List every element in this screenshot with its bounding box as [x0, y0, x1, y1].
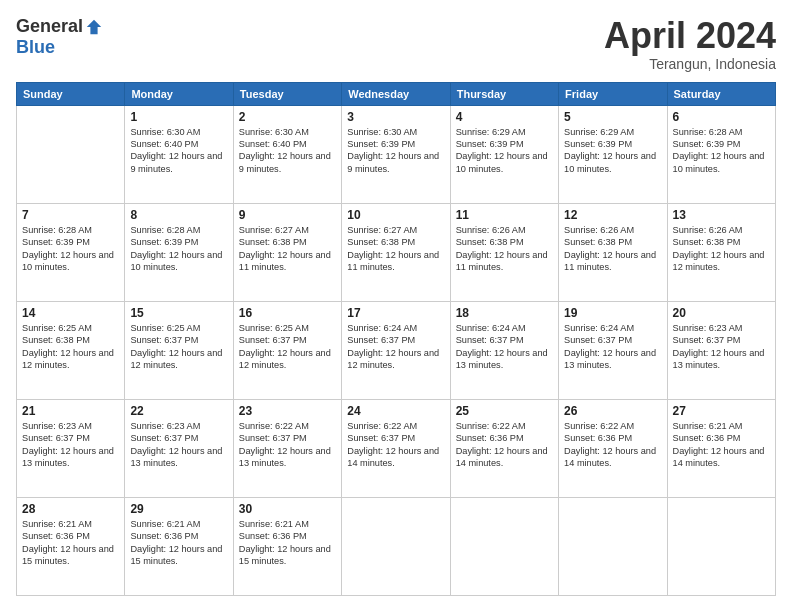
daylight-text-2: 14 minutes.	[564, 457, 661, 469]
day-info: Sunrise: 6:28 AMSunset: 6:39 PMDaylight:…	[130, 224, 227, 274]
daylight-text: Daylight: 12 hours and	[673, 347, 770, 359]
daylight-text-2: 10 minutes.	[564, 163, 661, 175]
sunrise-text: Sunrise: 6:22 AM	[456, 420, 553, 432]
sunrise-text: Sunrise: 6:26 AM	[564, 224, 661, 236]
logo: General Blue	[16, 16, 103, 58]
calendar-cell: 23Sunrise: 6:22 AMSunset: 6:37 PMDayligh…	[233, 399, 341, 497]
daylight-text: Daylight: 12 hours and	[456, 347, 553, 359]
sunrise-text: Sunrise: 6:22 AM	[347, 420, 444, 432]
sunrise-text: Sunrise: 6:29 AM	[564, 126, 661, 138]
day-info: Sunrise: 6:24 AMSunset: 6:37 PMDaylight:…	[347, 322, 444, 372]
daylight-text: Daylight: 12 hours and	[347, 150, 444, 162]
header-day-monday: Monday	[125, 82, 233, 105]
calendar-cell: 10Sunrise: 6:27 AMSunset: 6:38 PMDayligh…	[342, 203, 450, 301]
day-info: Sunrise: 6:23 AMSunset: 6:37 PMDaylight:…	[130, 420, 227, 470]
daylight-text: Daylight: 12 hours and	[456, 150, 553, 162]
daylight-text: Daylight: 12 hours and	[673, 249, 770, 261]
day-info: Sunrise: 6:25 AMSunset: 6:37 PMDaylight:…	[130, 322, 227, 372]
day-number: 2	[239, 110, 336, 124]
calendar-cell: 25Sunrise: 6:22 AMSunset: 6:36 PMDayligh…	[450, 399, 558, 497]
daylight-text: Daylight: 12 hours and	[239, 445, 336, 457]
day-number: 15	[130, 306, 227, 320]
daylight-text-2: 15 minutes.	[22, 555, 119, 567]
logo-icon	[85, 18, 103, 36]
day-info: Sunrise: 6:25 AMSunset: 6:38 PMDaylight:…	[22, 322, 119, 372]
daylight-text: Daylight: 12 hours and	[130, 150, 227, 162]
daylight-text: Daylight: 12 hours and	[347, 445, 444, 457]
sunset-text: Sunset: 6:38 PM	[456, 236, 553, 248]
sunrise-text: Sunrise: 6:25 AM	[22, 322, 119, 334]
page: General Blue April 2024 Terangun, Indone…	[0, 0, 792, 612]
daylight-text: Daylight: 12 hours and	[22, 249, 119, 261]
sunrise-text: Sunrise: 6:28 AM	[673, 126, 770, 138]
sunrise-text: Sunrise: 6:23 AM	[673, 322, 770, 334]
day-number: 22	[130, 404, 227, 418]
calendar-cell	[450, 497, 558, 595]
sunset-text: Sunset: 6:38 PM	[564, 236, 661, 248]
header-day-friday: Friday	[559, 82, 667, 105]
daylight-text: Daylight: 12 hours and	[130, 347, 227, 359]
day-number: 29	[130, 502, 227, 516]
sunset-text: Sunset: 6:37 PM	[673, 334, 770, 346]
calendar-cell	[667, 497, 775, 595]
daylight-text: Daylight: 12 hours and	[239, 150, 336, 162]
daylight-text-2: 9 minutes.	[239, 163, 336, 175]
daylight-text-2: 13 minutes.	[22, 457, 119, 469]
calendar-cell: 30Sunrise: 6:21 AMSunset: 6:36 PMDayligh…	[233, 497, 341, 595]
day-number: 7	[22, 208, 119, 222]
header: General Blue April 2024 Terangun, Indone…	[16, 16, 776, 72]
day-info: Sunrise: 6:22 AMSunset: 6:37 PMDaylight:…	[239, 420, 336, 470]
header-row: SundayMondayTuesdayWednesdayThursdayFrid…	[17, 82, 776, 105]
sunrise-text: Sunrise: 6:24 AM	[456, 322, 553, 334]
daylight-text: Daylight: 12 hours and	[564, 150, 661, 162]
sunrise-text: Sunrise: 6:21 AM	[130, 518, 227, 530]
sunset-text: Sunset: 6:37 PM	[22, 432, 119, 444]
sunset-text: Sunset: 6:37 PM	[456, 334, 553, 346]
sunset-text: Sunset: 6:39 PM	[22, 236, 119, 248]
daylight-text: Daylight: 12 hours and	[22, 543, 119, 555]
sunrise-text: Sunrise: 6:26 AM	[673, 224, 770, 236]
sunset-text: Sunset: 6:37 PM	[130, 334, 227, 346]
daylight-text-2: 13 minutes.	[239, 457, 336, 469]
daylight-text-2: 15 minutes.	[130, 555, 227, 567]
sunrise-text: Sunrise: 6:27 AM	[239, 224, 336, 236]
day-info: Sunrise: 6:23 AMSunset: 6:37 PMDaylight:…	[673, 322, 770, 372]
sunrise-text: Sunrise: 6:26 AM	[456, 224, 553, 236]
calendar-cell: 6Sunrise: 6:28 AMSunset: 6:39 PMDaylight…	[667, 105, 775, 203]
daylight-text-2: 10 minutes.	[22, 261, 119, 273]
daylight-text-2: 11 minutes.	[564, 261, 661, 273]
day-info: Sunrise: 6:28 AMSunset: 6:39 PMDaylight:…	[22, 224, 119, 274]
day-info: Sunrise: 6:26 AMSunset: 6:38 PMDaylight:…	[456, 224, 553, 274]
day-info: Sunrise: 6:21 AMSunset: 6:36 PMDaylight:…	[22, 518, 119, 568]
calendar-cell: 14Sunrise: 6:25 AMSunset: 6:38 PMDayligh…	[17, 301, 125, 399]
calendar-body: 1Sunrise: 6:30 AMSunset: 6:40 PMDaylight…	[17, 105, 776, 595]
daylight-text-2: 10 minutes.	[130, 261, 227, 273]
sunset-text: Sunset: 6:36 PM	[239, 530, 336, 542]
daylight-text: Daylight: 12 hours and	[347, 249, 444, 261]
sunrise-text: Sunrise: 6:25 AM	[239, 322, 336, 334]
sunrise-text: Sunrise: 6:30 AM	[347, 126, 444, 138]
day-number: 16	[239, 306, 336, 320]
calendar-cell	[17, 105, 125, 203]
calendar-cell: 21Sunrise: 6:23 AMSunset: 6:37 PMDayligh…	[17, 399, 125, 497]
sunrise-text: Sunrise: 6:21 AM	[239, 518, 336, 530]
daylight-text-2: 10 minutes.	[673, 163, 770, 175]
sunrise-text: Sunrise: 6:28 AM	[22, 224, 119, 236]
day-number: 9	[239, 208, 336, 222]
header-day-wednesday: Wednesday	[342, 82, 450, 105]
day-info: Sunrise: 6:21 AMSunset: 6:36 PMDaylight:…	[130, 518, 227, 568]
sunset-text: Sunset: 6:37 PM	[239, 432, 336, 444]
calendar-cell: 8Sunrise: 6:28 AMSunset: 6:39 PMDaylight…	[125, 203, 233, 301]
daylight-text: Daylight: 12 hours and	[130, 543, 227, 555]
sunset-text: Sunset: 6:40 PM	[239, 138, 336, 150]
calendar-cell	[559, 497, 667, 595]
sunrise-text: Sunrise: 6:24 AM	[347, 322, 444, 334]
daylight-text: Daylight: 12 hours and	[130, 445, 227, 457]
sunset-text: Sunset: 6:36 PM	[130, 530, 227, 542]
day-number: 10	[347, 208, 444, 222]
sunset-text: Sunset: 6:39 PM	[564, 138, 661, 150]
day-info: Sunrise: 6:21 AMSunset: 6:36 PMDaylight:…	[673, 420, 770, 470]
day-info: Sunrise: 6:23 AMSunset: 6:37 PMDaylight:…	[22, 420, 119, 470]
calendar-cell: 17Sunrise: 6:24 AMSunset: 6:37 PMDayligh…	[342, 301, 450, 399]
day-info: Sunrise: 6:26 AMSunset: 6:38 PMDaylight:…	[564, 224, 661, 274]
